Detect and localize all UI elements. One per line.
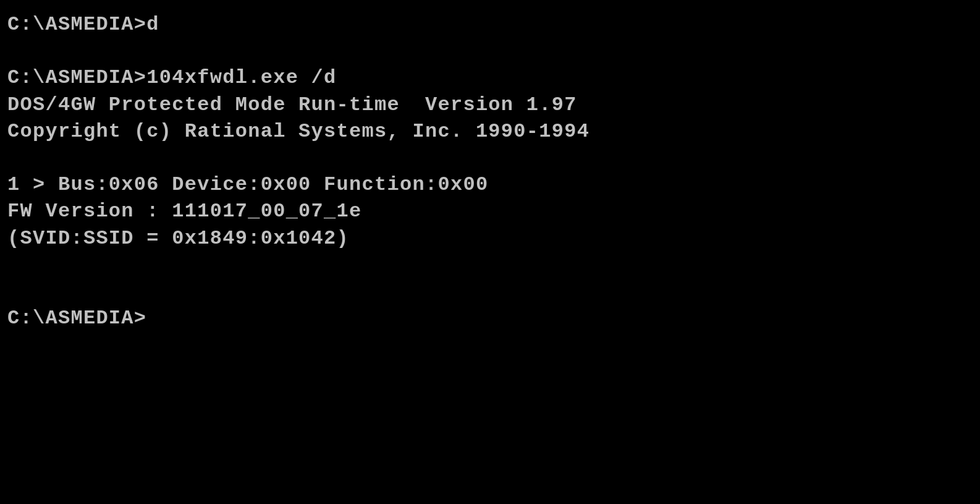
terminal-blank-4 bbox=[7, 278, 973, 305]
terminal-blank-3 bbox=[7, 252, 973, 278]
terminal-line-7: (SVID:SSID = 0x1849:0x1042) bbox=[7, 225, 973, 252]
terminal-line-6: FW Version : 111017_00_07_1e bbox=[7, 198, 973, 224]
terminal-line-1: C:\ASMEDIA>d bbox=[7, 11, 973, 38]
terminal-line-2: C:\ASMEDIA>104xfwdl.exe /d bbox=[7, 64, 973, 91]
terminal-line-8: C:\ASMEDIA> bbox=[7, 305, 973, 331]
terminal-blank-2 bbox=[7, 145, 973, 171]
terminal-window: C:\ASMEDIA>d C:\ASMEDIA>104xfwdl.exe /d … bbox=[0, 0, 980, 504]
terminal-line-3: DOS/4GW Protected Mode Run-time Version … bbox=[7, 92, 973, 118]
terminal-line-5: 1 > Bus:0x06 Device:0x00 Function:0x00 bbox=[7, 171, 973, 198]
terminal-line-4: Copyright (c) Rational Systems, Inc. 199… bbox=[7, 118, 973, 145]
terminal-blank-1 bbox=[7, 38, 973, 64]
